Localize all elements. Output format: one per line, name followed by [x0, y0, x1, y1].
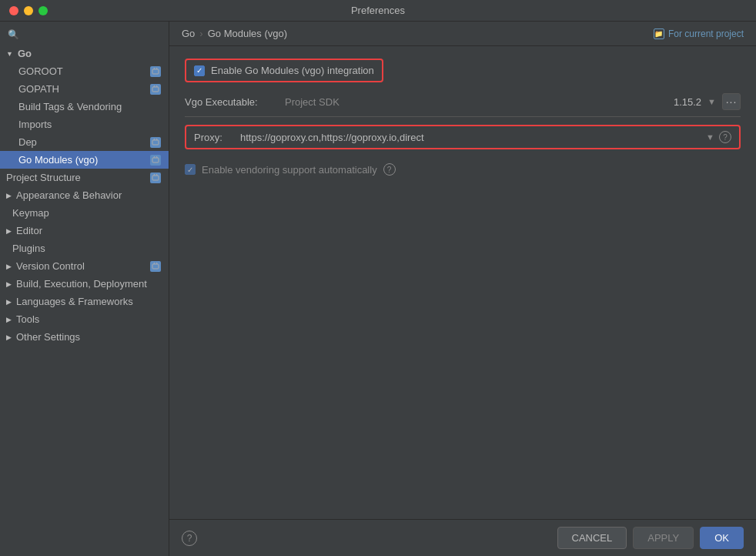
apply-button[interactable]: APPLY [633, 527, 694, 549]
sidebar-item-plugins[interactable]: Plugins [0, 239, 169, 257]
sidebar: 🔍 ▼ Go GOROOT GOPATH Build Tags & Vendor… [0, 22, 169, 556]
sidebar-item-build-exec[interactable]: ▶ Build, Execution, Deployment [0, 275, 169, 293]
svg-rect-0 [152, 69, 159, 74]
bottom-bar: ? CANCEL APPLY OK [169, 519, 756, 556]
proxy-dropdown-arrow-icon[interactable]: ▼ [706, 132, 714, 142]
action-buttons: CANCEL APPLY OK [557, 527, 744, 549]
vendoring-help-icon[interactable]: ? [383, 163, 396, 176]
sidebar-item-project-structure[interactable]: Project Structure [0, 169, 169, 186]
goroot-badge [150, 66, 161, 77]
breadcrumb-separator: › [199, 28, 202, 39]
sidebar-item-keymap[interactable]: Keymap [0, 204, 169, 222]
minimize-button[interactable] [24, 6, 33, 15]
chevron-right-lang-icon: ▶ [6, 298, 12, 306]
svg-rect-5 [152, 264, 159, 269]
title-bar: Preferences [0, 0, 756, 22]
enable-go-modules-label: Enable Go Modules (vgo) integration [211, 65, 374, 76]
help-icon[interactable]: ? [182, 531, 197, 546]
window-title: Preferences [351, 5, 405, 16]
go-modules-badge [150, 155, 161, 166]
search-bar: 🔍 [0, 25, 169, 45]
vendoring-checkbox[interactable]: ✓ [185, 164, 196, 175]
svg-rect-3 [152, 158, 159, 162]
vgo-executable-row: Vgo Executable: Project SDK 1.15.2 ▼ ··· [185, 93, 741, 117]
vendoring-label: Enable vendoring support automatically [202, 164, 377, 176]
cancel-button[interactable]: CANCEL [557, 527, 627, 549]
chevron-right-other-icon: ▶ [6, 333, 12, 341]
sidebar-item-dep[interactable]: Dep [0, 133, 169, 151]
chevron-right-editor-icon: ▶ [6, 227, 12, 235]
project-structure-badge [150, 172, 161, 183]
maximize-button[interactable] [38, 6, 48, 15]
vgo-exec-label: Vgo Executable: [185, 96, 285, 108]
settings-panel: ✓ Enable Go Modules (vgo) integration Vg… [169, 46, 756, 519]
vgo-version: 1.15.2 [674, 96, 701, 108]
enable-go-modules-checkbox[interactable]: ✓ [194, 65, 205, 76]
sidebar-item-other-settings[interactable]: ▶ Other Settings [0, 328, 169, 346]
version-control-badge [150, 261, 161, 272]
dep-badge [150, 137, 161, 148]
sidebar-item-version-control[interactable]: ▶ Version Control [0, 257, 169, 275]
proxy-label: Proxy: [194, 132, 240, 143]
chevron-right-build-icon: ▶ [6, 280, 12, 288]
ok-button[interactable]: OK [700, 527, 744, 549]
proxy-help-icon[interactable]: ? [719, 131, 731, 143]
breadcrumb: Go › Go Modules (vgo) 📁 For current proj… [169, 22, 756, 46]
search-input[interactable] [24, 29, 161, 40]
close-button[interactable] [9, 6, 18, 15]
main-layout: 🔍 ▼ Go GOROOT GOPATH Build Tags & Vendor… [0, 22, 756, 556]
sidebar-item-languages[interactable]: ▶ Languages & Frameworks [0, 293, 169, 310]
sidebar-item-go[interactable]: ▼ Go [0, 45, 169, 62]
sidebar-item-appearance[interactable]: ▶ Appearance & Behavior [0, 186, 169, 204]
vgo-dropdown-arrow-icon[interactable]: ▼ [707, 97, 716, 106]
svg-rect-2 [152, 140, 159, 145]
svg-rect-1 [152, 87, 159, 92]
chevron-right-icon: ▶ [6, 192, 12, 199]
vgo-more-button[interactable]: ··· [722, 93, 741, 110]
proxy-row: Proxy: ▼ ? [185, 125, 741, 149]
breadcrumb-current: Go Modules (vgo) [208, 28, 287, 39]
chevron-right-vc-icon: ▶ [6, 263, 12, 270]
chevron-down-icon: ▼ [6, 50, 13, 58]
sidebar-item-gopath[interactable]: GOPATH [0, 80, 169, 98]
sidebar-item-goroot[interactable]: GOROOT [0, 62, 169, 80]
sidebar-item-editor[interactable]: ▶ Editor [0, 222, 169, 239]
sidebar-item-build-tags[interactable]: Build Tags & Vendoring [0, 98, 169, 116]
window-controls [9, 6, 48, 15]
search-icon: 🔍 [8, 29, 19, 40]
chevron-right-tools-icon: ▶ [6, 316, 12, 323]
svg-rect-4 [152, 176, 159, 180]
breadcrumb-parent: Go [182, 28, 195, 39]
sidebar-item-tools[interactable]: ▶ Tools [0, 310, 169, 328]
content-area: Go › Go Modules (vgo) 📁 For current proj… [169, 22, 756, 556]
vgo-version-wrap: 1.15.2 ▼ [674, 96, 716, 108]
vgo-exec-value: Project SDK [285, 96, 674, 108]
for-current-project: 📁 For current project [654, 28, 744, 39]
project-icon: 📁 [654, 28, 664, 39]
vendoring-row: ✓ Enable vendoring support automatically… [185, 160, 741, 179]
sidebar-item-imports[interactable]: Imports [0, 116, 169, 133]
sidebar-item-go-modules[interactable]: Go Modules (vgo) [0, 151, 169, 169]
enable-go-modules-row: ✓ Enable Go Modules (vgo) integration [185, 59, 383, 82]
gopath-badge [150, 84, 161, 95]
proxy-input[interactable] [240, 132, 706, 143]
